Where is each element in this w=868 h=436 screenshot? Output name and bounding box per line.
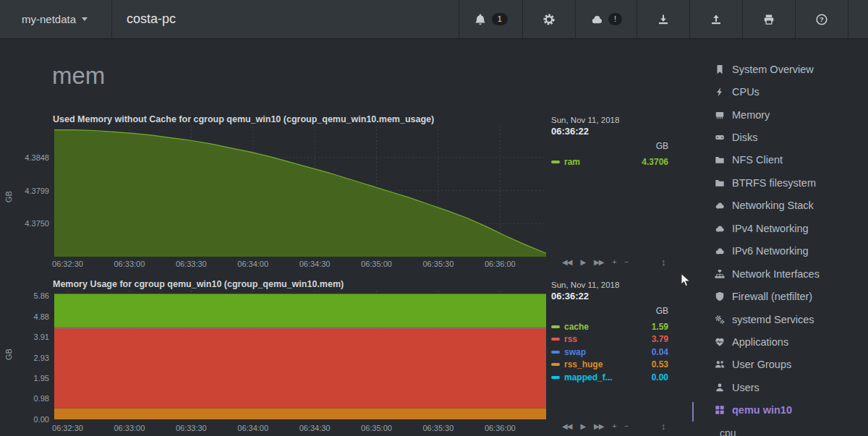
legend-item-swap[interactable]: swap0.04 xyxy=(551,346,668,359)
my-netdata-menu[interactable]: my-netdata xyxy=(0,0,112,38)
sidebar-item-ipv6-networking[interactable]: IPv6 Networking xyxy=(709,240,868,262)
cloud-alert-badge: ! xyxy=(608,13,622,25)
zoom-out-icon[interactable]: − xyxy=(624,258,628,266)
legend-item-rss-huge[interactable]: rss_huge0.53 xyxy=(551,359,668,372)
zoom-in-icon[interactable]: + xyxy=(612,422,616,430)
sidebar-item-label: Network Interfaces xyxy=(732,268,820,280)
x-axis-ticks: 06:32:3006:33:0006:33:3006:34:0006:34:30… xyxy=(54,260,546,270)
upload-icon xyxy=(710,13,723,26)
legend-item-cache[interactable]: cache1.59 xyxy=(551,320,668,333)
help-button[interactable]: ? xyxy=(795,0,848,38)
x-tick-label: 06:32:30 xyxy=(46,260,90,268)
sidebar-item-btrfs-filesystem[interactable]: BTRFS filesystem xyxy=(709,171,868,194)
printer-icon xyxy=(762,13,775,26)
legend-item-mapped-f[interactable]: mapped_f...0.00 xyxy=(551,371,668,384)
zoom-out-icon[interactable]: − xyxy=(624,422,628,430)
resize-handle-icon[interactable]: ↕ xyxy=(661,421,666,432)
settings-button[interactable] xyxy=(522,0,575,38)
chart-unit: GB xyxy=(551,306,668,316)
series-value: 0.00 xyxy=(652,372,668,382)
sidebar-item-firewall-netfilter[interactable]: Firewall (netfilter) xyxy=(709,285,868,307)
y-tick-label: 0.00 xyxy=(34,415,49,424)
series-value: 0.53 xyxy=(652,359,668,369)
memory-usage-chart-plot[interactable] xyxy=(54,291,546,419)
series-label: mapped_f... xyxy=(564,372,613,382)
sidebar-item-label: System Overview xyxy=(732,64,814,75)
play-icon[interactable]: ▶ xyxy=(580,422,585,430)
disk-icon xyxy=(713,132,726,142)
sidebar-item-network-interfaces[interactable]: Network Interfaces xyxy=(709,262,868,285)
sidebar-item-networking-stack[interactable]: Networking Stack xyxy=(709,195,868,217)
zoom-in-icon[interactable]: + xyxy=(612,258,616,266)
sidebar-item-applications[interactable]: Applications xyxy=(709,330,868,353)
sidebar-item-label: Applications xyxy=(732,336,788,348)
pan-backward-icon[interactable]: ◀◀ xyxy=(562,258,571,266)
bolt-icon xyxy=(713,87,726,97)
sidebar-item-memory[interactable]: Memory xyxy=(709,103,868,126)
series-value: 0.04 xyxy=(652,347,668,357)
series-label: rss xyxy=(564,334,577,344)
chart-legend: cache1.59rss3.79swap0.04rss_huge0.53mapp… xyxy=(551,320,668,384)
x-tick-label: 06:34:00 xyxy=(231,424,275,432)
pan-forward-icon[interactable]: ▶▶ xyxy=(594,422,603,430)
legend-item-rss[interactable]: rss3.79 xyxy=(551,333,668,346)
series-swatch xyxy=(551,363,560,366)
y-tick-label: 2.93 xyxy=(34,354,49,362)
alarms-count-badge: 1 xyxy=(492,13,508,25)
pan-forward-icon[interactable]: ▶▶ xyxy=(594,258,603,266)
sidebar-item-cpus[interactable]: CPUs xyxy=(709,80,868,103)
chart-toolbar: ◀◀▶▶▶+− xyxy=(562,258,628,266)
y-axis-ticks: 5.864.883.912.931.950.980.00 xyxy=(13,291,49,419)
chart-date: Sun, Nov 11, 2018 xyxy=(551,115,668,125)
topbar-spacer xyxy=(848,0,868,38)
legend-item-ram[interactable]: ram4.3706 xyxy=(551,155,668,168)
y-tick-label: 0.98 xyxy=(34,394,49,403)
sidebar-item-system-overview[interactable]: System Overview xyxy=(709,58,868,80)
chart-info-panel: Sun, Nov 11, 2018 06:36:22 GB ram4.3706 xyxy=(551,115,668,168)
sidebar-item-users[interactable]: Users xyxy=(709,376,868,398)
mouse-cursor xyxy=(680,273,692,288)
folder-icon xyxy=(713,178,726,188)
import-snapshot-button[interactable] xyxy=(637,0,689,38)
pan-backward-icon[interactable]: ◀◀ xyxy=(562,422,571,430)
series-swatch xyxy=(551,376,560,379)
cloud-icon xyxy=(590,13,603,26)
cogs-icon xyxy=(713,315,726,325)
y-tick-label: 4.3848 xyxy=(25,153,49,162)
cloud-icon xyxy=(713,200,726,210)
sidebar-item-disks[interactable]: Disks xyxy=(709,126,868,148)
sidebar-item-label: Networking Stack xyxy=(732,200,814,211)
sidebar-item-qemu-win10[interactable]: qemu win10 xyxy=(709,399,868,422)
chart-time: 06:36:22 xyxy=(551,290,668,302)
export-snapshot-button[interactable] xyxy=(689,0,742,38)
sidebar-item-label: Users xyxy=(732,382,760,393)
resize-handle-icon[interactable]: ↕ xyxy=(661,257,666,268)
cloud-icon xyxy=(713,223,726,234)
print-button[interactable] xyxy=(742,0,795,38)
play-icon[interactable]: ▶ xyxy=(580,258,585,266)
sidebar-item-label: qemu win10 xyxy=(732,404,792,416)
sidebar-item-label: BTRFS filesystem xyxy=(732,177,816,189)
netdata-cloud-button[interactable]: ! xyxy=(575,0,637,38)
y-tick-label: 1.95 xyxy=(34,374,49,382)
sidebar-item-nfs-client[interactable]: NFS Client xyxy=(709,149,868,171)
x-tick-label: 06:34:00 xyxy=(231,260,275,268)
chart-time: 06:36:22 xyxy=(551,125,668,137)
used-memory-chart-plot[interactable] xyxy=(54,126,546,257)
gear-icon xyxy=(542,13,556,26)
sidebar-item-user-groups[interactable]: User Groups xyxy=(709,354,868,376)
chart-title-mem-usage: Used Memory without Cache for cgroup qem… xyxy=(53,114,434,124)
y-tick-label: 4.88 xyxy=(34,312,49,321)
sidebar-item-systemd-services[interactable]: systemd Services xyxy=(709,308,868,330)
chart-date: Sun, Nov 11, 2018 xyxy=(551,280,668,290)
sidebar-item-cpu[interactable]: cpu xyxy=(709,422,868,436)
alarms-button[interactable]: 1 xyxy=(459,0,522,38)
sidebar-item-ipv4-networking[interactable]: IPv4 Networking xyxy=(709,217,868,239)
download-icon xyxy=(657,13,670,26)
y-axis-ticks: 4.38484.37994.3750 xyxy=(13,126,49,257)
sidebar-item-label: cpu xyxy=(720,427,736,436)
bookmark-icon xyxy=(713,64,726,74)
series-swatch xyxy=(551,325,560,328)
x-tick-label: 06:34:30 xyxy=(293,424,336,432)
sidebar-item-label: Memory xyxy=(732,109,770,121)
